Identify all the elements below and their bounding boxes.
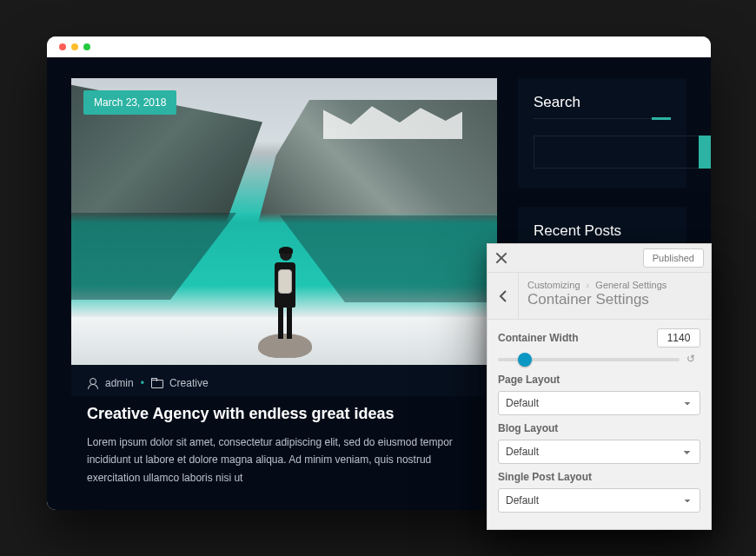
field-page-layout: Page Layout Default: [498, 374, 700, 415]
customizer-header: Customizing › General Settings Container…: [487, 273, 711, 320]
label-page-layout: Page Layout: [498, 374, 560, 386]
publish-status[interactable]: Published: [643, 248, 704, 268]
search-input[interactable]: [534, 136, 699, 169]
label-single-post-layout: Single Post Layout: [498, 471, 592, 483]
post-excerpt: Lorem ipsum dolor sit amet, consectetur …: [71, 428, 497, 500]
close-icon[interactable]: [494, 251, 508, 265]
post-category[interactable]: Creative: [169, 377, 209, 389]
chevron-right-icon: ›: [587, 280, 590, 290]
search-button[interactable]: Search: [699, 136, 711, 169]
breadcrumb-0[interactable]: Customizing: [527, 280, 580, 290]
customizer-panel: Published Customizing › General Settings…: [487, 243, 712, 530]
label-container-width: Container Width: [498, 332, 579, 344]
window-controls: [47, 36, 711, 57]
minimize-dot-icon[interactable]: [71, 43, 78, 50]
chevron-left-icon: [499, 290, 507, 302]
field-single-post-layout: Single Post Layout Default: [498, 471, 700, 513]
select-page-layout[interactable]: Default: [498, 391, 700, 415]
user-icon: [87, 378, 98, 389]
main-column: March 23, 2018 admin • Creative Creative…: [71, 78, 497, 489]
back-button[interactable]: [487, 273, 519, 319]
slider-container-width[interactable]: [498, 358, 680, 361]
field-blog-layout: Blog Layout Default: [498, 422, 700, 464]
search-widget: Search Search: [518, 78, 686, 188]
slider-thumb[interactable]: [518, 353, 532, 367]
customizer-topbar: Published: [487, 244, 711, 273]
search-widget-title: Search: [534, 94, 671, 125]
breadcrumb-1[interactable]: General Settings: [595, 280, 666, 290]
post-author[interactable]: admin: [105, 377, 134, 389]
customizer-body: Container Width ↺ Page Layout Default Bl…: [487, 320, 711, 532]
maximize-dot-icon[interactable]: [83, 43, 90, 50]
meta-separator: •: [141, 377, 144, 389]
reset-icon[interactable]: ↺: [686, 353, 700, 367]
label-blog-layout: Blog Layout: [498, 422, 558, 434]
select-blog-layout[interactable]: Default: [498, 440, 700, 464]
breadcrumb: Customizing › General Settings: [527, 280, 666, 290]
panel-title: Container Settings: [527, 291, 666, 308]
input-container-width[interactable]: [657, 328, 700, 348]
close-dot-icon[interactable]: [59, 43, 66, 50]
folder-icon: [151, 378, 162, 389]
post-featured-image[interactable]: March 23, 2018: [71, 78, 497, 365]
post-date-badge[interactable]: March 23, 2018: [83, 90, 176, 115]
post-title[interactable]: Creative Agency with endless great ideas: [71, 396, 497, 428]
post-meta: admin • Creative: [71, 365, 497, 396]
field-container-width: Container Width ↺: [498, 328, 700, 367]
select-single-post-layout[interactable]: Default: [498, 488, 700, 513]
